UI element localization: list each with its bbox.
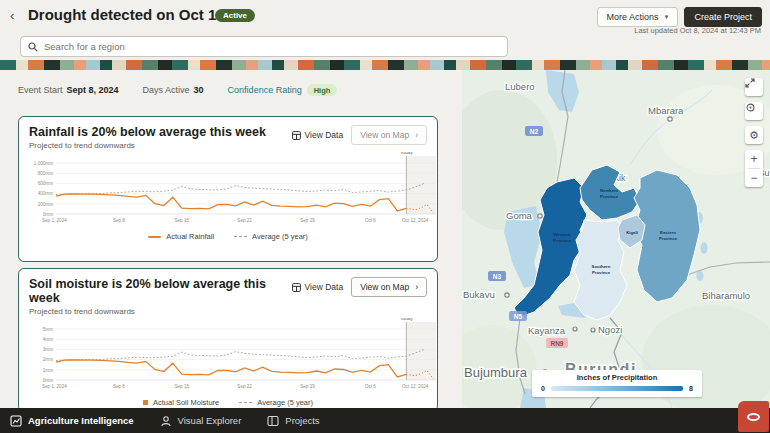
nav-label: Projects	[285, 415, 319, 426]
province-label: Province	[659, 236, 678, 241]
nav-label: Agriculture Intelligence	[28, 415, 134, 426]
svg-text:Sep 1, 2024: Sep 1, 2024	[42, 218, 67, 223]
oracle-logo-icon	[747, 413, 760, 421]
view-data-button[interactable]: View Data	[292, 130, 344, 140]
soil-card-title: Soil moisture is 20% below average this …	[29, 277, 292, 305]
map-locate-button[interactable]	[745, 102, 763, 120]
view-on-map-label: View on Map	[360, 130, 409, 140]
map-panel[interactable]: Kik Western Province Northern Province E…	[462, 70, 770, 408]
view-data-button[interactable]: View Data	[292, 282, 344, 292]
rainfall-chart-legend: Actual RainfallAverage (5 year)	[29, 232, 427, 241]
view-on-map-label: View on Map	[360, 282, 409, 292]
legend-item: Average (5 year)	[234, 232, 308, 241]
svg-text:0mm: 0mm	[43, 378, 53, 383]
svg-text:0mm: 0mm	[43, 212, 53, 217]
city-label-biharamulo: Biharamulo	[702, 290, 750, 301]
rainfall-chart: 1,000mm800mm600mm400mm200mm0mmSep 1, 202…	[29, 152, 443, 232]
map-fullscreen-button[interactable]	[745, 78, 763, 96]
province-label: Province	[600, 194, 619, 199]
legend-dashed-line-icon	[234, 236, 247, 237]
create-project-label: Create Project	[694, 12, 752, 22]
road-badge-n2-label: N2	[530, 128, 539, 135]
small-lake	[697, 271, 704, 281]
svg-text:Sep 22: Sep 22	[237, 218, 252, 223]
chevron-right-icon: ›	[415, 130, 418, 140]
province-label: Kigali	[626, 230, 638, 235]
search-input[interactable]	[44, 41, 500, 52]
zoom-in-button[interactable]: +	[745, 150, 763, 168]
city-label-lubero: Lubero	[505, 81, 535, 92]
svg-text:Oct 12, 2024: Oct 12, 2024	[402, 218, 429, 223]
city-marker-ngozi	[591, 328, 595, 332]
chevron-down-icon: ▼	[664, 14, 670, 20]
search-box[interactable]	[20, 36, 508, 57]
legend-label: Average (5 year)	[257, 398, 313, 407]
road-badge-n3-label: N3	[493, 273, 502, 280]
city-label-kayanza: Kayanza	[528, 325, 566, 336]
soil-moisture-chart: 5mm4mm3mm2mm1mm0mmSep 1, 2024Sep 8Sep 15…	[29, 318, 443, 398]
soil-moisture-card: Soil moisture is 20% below average this …	[18, 268, 438, 412]
precipitation-legend-title: Inches of Precipitation	[541, 373, 693, 382]
city-label-goma: Goma	[506, 210, 533, 221]
search-icon	[28, 42, 38, 52]
page-title: Drought detected on Oct 10	[28, 6, 225, 23]
legend-label: Average (5 year)	[252, 232, 308, 241]
svg-text:Sep 8: Sep 8	[113, 218, 125, 223]
province-label: Western	[554, 232, 571, 237]
event-detail-panel: Event StartSept 8, 2024 Days Active30 Co…	[0, 70, 462, 408]
oracle-chat-widget[interactable]	[738, 401, 769, 432]
decorative-banner-strip	[0, 60, 770, 70]
rainfall-card-title: Rainfall is 20% below average this week	[29, 125, 266, 139]
nav-item-agriculture-intelligence[interactable]: Agriculture Intelligence	[10, 415, 134, 427]
gear-icon: ⚙	[749, 129, 759, 142]
city-marker-bukavu	[505, 293, 509, 297]
svg-text:Sep 1, 2024: Sep 1, 2024	[42, 384, 67, 389]
soil-chart-legend: Actual Soil MoistureAverage (5 year)	[29, 398, 427, 407]
map-settings-button[interactable]: ⚙	[745, 126, 763, 144]
app-window: ‹ Drought detected on Oct 10 Active More…	[0, 0, 770, 433]
province-label: Province	[553, 238, 572, 243]
projects-icon	[267, 415, 279, 427]
agriculture-intelligence-icon	[10, 415, 22, 427]
svg-text:400mm: 400mm	[38, 191, 53, 196]
status-badge: Active	[215, 9, 255, 22]
back-icon[interactable]: ‹	[10, 8, 14, 23]
svg-text:Today: Today	[400, 152, 414, 155]
view-on-map-button[interactable]: View on Map ›	[351, 277, 427, 297]
city-label-ngozi: Ngozi	[598, 324, 622, 335]
search-row	[0, 33, 770, 60]
legend-label: Actual Rainfall	[166, 232, 214, 241]
view-data-icon	[292, 283, 301, 292]
soil-card-subtitle: Projected to trend downwards	[29, 307, 292, 316]
confidence-rating-link[interactable]: Confidence Rating	[228, 85, 302, 95]
legend-item: Actual Soil Moisture	[143, 398, 219, 407]
create-project-button[interactable]: Create Project	[684, 7, 762, 27]
svg-text:200mm: 200mm	[38, 202, 53, 207]
more-actions-button[interactable]: More Actions ▼	[597, 7, 678, 27]
view-on-map-button[interactable]: View on Map ›	[351, 125, 427, 145]
legend-item: Actual Rainfall	[148, 232, 214, 241]
precip-max-label: 8	[689, 385, 693, 392]
svg-text:1,000mm: 1,000mm	[34, 161, 53, 166]
svg-text:Oct 12, 2024: Oct 12, 2024	[402, 384, 429, 389]
svg-text:5mm: 5mm	[43, 327, 53, 332]
nav-item-projects[interactable]: Projects	[267, 415, 319, 427]
view-data-label: View Data	[305, 130, 344, 140]
locate-icon	[745, 102, 756, 113]
zoom-out-button[interactable]: −	[745, 169, 763, 187]
map-zoom-control: + −	[745, 150, 763, 187]
city-marker-mbarara	[668, 117, 672, 121]
province-label: Southern	[592, 264, 611, 269]
svg-text:2mm: 2mm	[43, 357, 53, 362]
svg-text:Sep 22: Sep 22	[237, 384, 252, 389]
province-label: Northern	[600, 188, 619, 193]
city-label-mbarara: Mbarara	[648, 105, 684, 116]
svg-text:4mm: 4mm	[43, 337, 53, 342]
nav-item-visual-explorer[interactable]: Visual Explorer	[160, 415, 242, 427]
view-data-label: View Data	[305, 282, 344, 292]
days-active-value: 30	[194, 85, 204, 95]
view-data-icon	[292, 131, 301, 140]
expand-icon	[745, 78, 755, 88]
precip-gradient-bar	[551, 386, 683, 391]
svg-text:Sep 29: Sep 29	[300, 384, 315, 389]
